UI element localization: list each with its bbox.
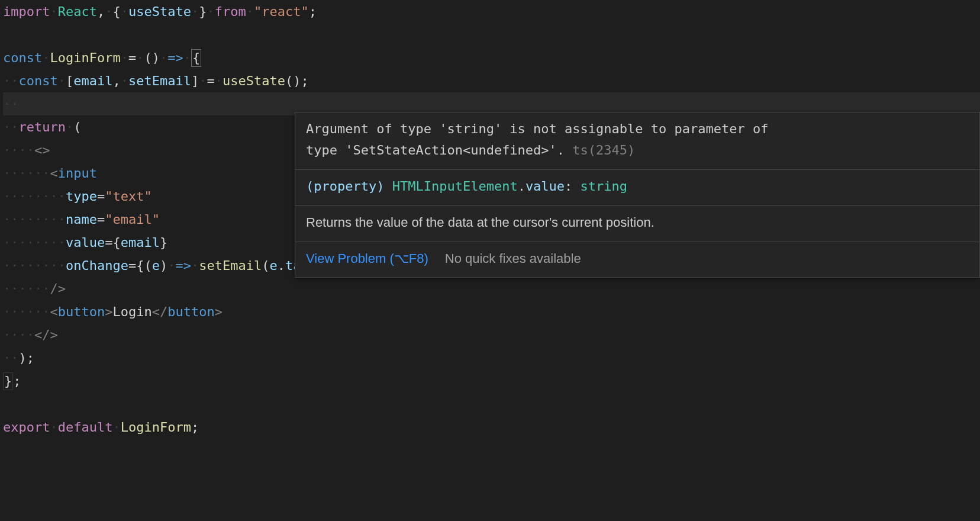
- hover-doc-section: Returns the value of the data at the cur…: [295, 206, 979, 242]
- code-line[interactable]: [3, 23, 980, 46]
- sig-type: string: [581, 179, 627, 194]
- code-line[interactable]: const·LoginForm·=·()·=>·{: [3, 46, 980, 69]
- jsx-attr: value: [66, 235, 105, 250]
- jsx-attr: type: [66, 189, 97, 204]
- code-line[interactable]: ······/>: [3, 277, 980, 300]
- code-line[interactable]: [3, 393, 980, 416]
- keyword-import: import: [3, 4, 50, 19]
- keyword-const: const: [19, 73, 58, 88]
- jsx-tag: input: [58, 166, 97, 181]
- keyword-export: export: [3, 420, 50, 435]
- identifier: useState: [128, 4, 191, 19]
- error-code: ts(2345): [572, 143, 635, 157]
- code-line[interactable]: export·default·LoginForm;: [3, 416, 980, 439]
- keyword-return: return: [19, 120, 66, 134]
- jsx-expression: email: [121, 235, 160, 250]
- keyword-from: from: [215, 4, 246, 19]
- hover-actions: View Problem (⌥F8) No quick fixes availa…: [295, 242, 979, 277]
- code-line[interactable]: ··);: [3, 346, 980, 369]
- hover-tooltip[interactable]: Argument of type 'string' is not assigna…: [295, 112, 980, 278]
- view-problem-link[interactable]: View Problem (⌥F8): [306, 247, 428, 270]
- code-line[interactable]: ····</>: [3, 323, 980, 346]
- identifier: email: [73, 73, 112, 88]
- string-literal: "email": [105, 212, 160, 227]
- string-literal: "react": [254, 4, 309, 19]
- error-token: e: [269, 258, 277, 273]
- param: e: [152, 258, 160, 273]
- jsx-attr: name: [66, 212, 97, 227]
- component-name: LoginForm: [121, 420, 191, 435]
- hover-error-section: Argument of type 'string' is not assigna…: [295, 112, 979, 170]
- identifier: setEmail: [128, 73, 191, 88]
- doc-text: Returns the value of the data at the cur…: [306, 212, 969, 233]
- code-line[interactable]: import·React,·{·useState·}·from·"react";: [3, 0, 980, 23]
- sig-type: HTMLInputElement: [392, 179, 518, 194]
- no-quick-fixes-label: No quick fixes available: [445, 247, 581, 270]
- error-message-line: Argument of type 'string' is not assigna…: [306, 118, 969, 140]
- brace-match-highlight: }: [3, 372, 13, 390]
- jsx-tag: button: [58, 304, 105, 319]
- jsx-attr: onChange: [66, 258, 128, 273]
- hover-signature-section: (property) HTMLInputElement.value: strin…: [295, 170, 979, 206]
- component-name: LoginForm: [50, 50, 120, 65]
- brace-match-highlight: {: [191, 49, 201, 67]
- error-message-line: type 'SetStateAction<undefined>'.: [306, 143, 565, 157]
- code-line[interactable]: ··const·[email,·setEmail]·=·useState();: [3, 69, 980, 92]
- function-call: useState: [223, 73, 285, 88]
- string-literal: "text": [105, 189, 151, 204]
- function-call: setEmail: [199, 258, 262, 273]
- sig-label: (property): [306, 179, 384, 194]
- sig-prop: value: [526, 179, 565, 194]
- keyword-default: default: [58, 420, 113, 435]
- keyword-const: const: [3, 50, 42, 65]
- jsx-text: Login: [112, 304, 151, 319]
- identifier: React: [58, 4, 97, 19]
- code-line[interactable]: };: [3, 369, 980, 393]
- code-line[interactable]: ······<button>Login</button>: [3, 300, 980, 323]
